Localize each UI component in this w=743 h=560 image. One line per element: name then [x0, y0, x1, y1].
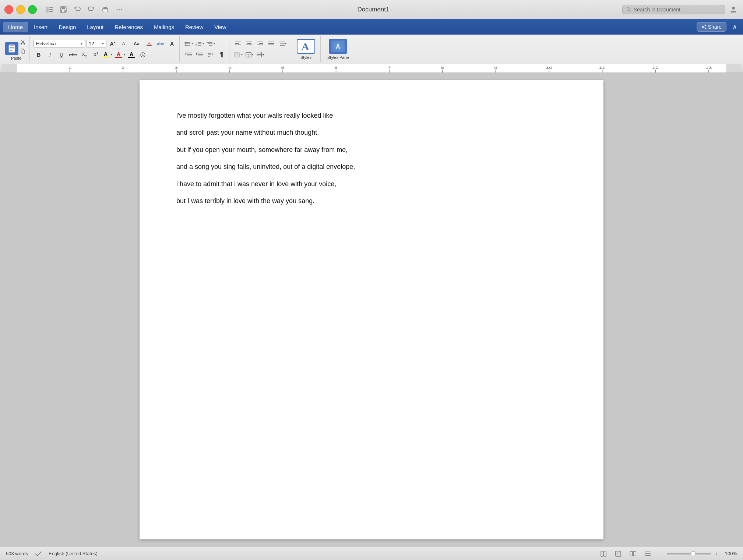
redo-icon[interactable] — [86, 4, 96, 15]
sort-button[interactable] — [205, 50, 216, 60]
font-decrease-icon: A- — [122, 41, 126, 46]
share-button[interactable]: Share — [697, 22, 726, 32]
styles-A-icon: A — [300, 40, 312, 52]
show-marks-button[interactable]: ¶ — [216, 50, 227, 60]
undo-icon[interactable] — [72, 4, 82, 15]
font-color-A-button[interactable]: A — [167, 39, 177, 49]
account-icon[interactable] — [728, 4, 739, 15]
svg-text:1: 1 — [68, 66, 71, 70]
subscript-button[interactable]: X2 — [79, 50, 89, 60]
align-center-button[interactable] — [244, 39, 254, 49]
bullet-list-button[interactable]: ▾ — [183, 39, 194, 49]
highlight-dropdown[interactable]: ▾ — [111, 53, 112, 56]
document-page[interactable]: i've mostly forgotten what your walls re… — [140, 80, 603, 539]
align-left-button[interactable] — [233, 39, 243, 49]
poem-line-6: but I was terribly in love with the way … — [176, 195, 567, 207]
word-count: 608 words — [6, 551, 28, 556]
ruler-svg: 1 2 3 4 5 6 7 8 9 10 11 12 13 — [17, 64, 726, 72]
circle-text-button[interactable]: A — [138, 50, 148, 60]
svg-rect-5 — [61, 7, 65, 9]
borders-button[interactable]: ▾ — [244, 50, 254, 60]
strikethrough-button[interactable]: abc — [68, 50, 78, 60]
cut-button[interactable] — [19, 38, 27, 46]
svg-point-31 — [24, 43, 25, 45]
paragraph-spacing-button[interactable]: ▾ — [255, 50, 265, 60]
numbered-list-button[interactable]: 1. 2. 3. ▾ — [194, 39, 205, 49]
document-title: Document1 — [358, 6, 390, 13]
copy-format-button[interactable] — [19, 47, 27, 55]
font-dropdown-arrow: ▾ — [81, 42, 82, 46]
svg-line-21 — [703, 26, 705, 26]
outline-view-button[interactable] — [642, 549, 653, 559]
multilevel-list-button[interactable]: ▾ — [205, 39, 216, 49]
line-spacing-button[interactable]: ▾ — [277, 39, 288, 49]
shading-button[interactable]: ▾ — [233, 50, 243, 60]
collapse-ribbon-button[interactable]: ∧ — [729, 21, 740, 32]
menu-references[interactable]: References — [109, 22, 148, 32]
svg-text:4: 4 — [228, 66, 231, 70]
spelling-check-icon[interactable] — [34, 549, 43, 558]
align-right-icon — [257, 41, 263, 46]
superscript-button[interactable]: X2 — [91, 50, 101, 60]
decrease-indent-button[interactable] — [183, 50, 194, 60]
view-grid-button[interactable] — [598, 549, 609, 559]
highlight-color-button[interactable]: A — [102, 51, 109, 58]
close-button[interactable] — [4, 5, 13, 14]
svg-rect-116 — [616, 551, 621, 556]
zoom-out-button[interactable]: − — [657, 550, 665, 557]
align-right-button[interactable] — [255, 39, 265, 49]
styles-button[interactable]: A Styles — [294, 39, 318, 60]
italic-button[interactable]: I — [45, 50, 55, 60]
minimize-button[interactable] — [16, 5, 25, 14]
abc-button[interactable]: abc — [155, 39, 166, 49]
document-map-icon — [615, 551, 621, 557]
menu-view[interactable]: View — [209, 22, 231, 32]
menu-review[interactable]: Review — [180, 22, 208, 32]
svg-rect-1 — [49, 7, 53, 8]
styles-pane-button[interactable]: A Styles Pane — [324, 39, 352, 60]
menu-mailings[interactable]: Mailings — [149, 22, 179, 32]
outline-icon — [645, 551, 651, 556]
save-icon[interactable] — [58, 4, 68, 15]
bold-button[interactable]: B — [34, 50, 44, 60]
font-size-field-button[interactable]: Aa — [130, 39, 143, 49]
font-size-increase-button[interactable]: A+ — [108, 39, 118, 49]
styles-pane-inner-icon: A — [331, 40, 345, 53]
search-bar[interactable]: Search in Document — [622, 5, 725, 14]
svg-text:9: 9 — [494, 66, 497, 70]
line-spacing-icon — [279, 41, 285, 46]
increase-indent-button[interactable] — [194, 50, 205, 60]
font-size-decrease-button[interactable]: A- — [119, 39, 129, 49]
maximize-button[interactable] — [28, 5, 37, 14]
title-center: Document1 — [127, 6, 619, 13]
menu-insert[interactable]: Insert — [29, 22, 53, 32]
font-size-selector[interactable]: 12 ▾ — [86, 40, 106, 47]
zoom-slider[interactable] — [667, 553, 711, 554]
underline-button[interactable]: U — [56, 50, 67, 60]
print-icon[interactable] — [100, 4, 110, 15]
multilevel-list-icon — [207, 41, 213, 46]
zoom-in-button[interactable]: + — [713, 550, 721, 557]
font-family-selector[interactable]: Helvetica ▾ — [34, 40, 85, 47]
font-color-dropdown[interactable]: ▾ — [124, 53, 125, 56]
checkmark-icon — [35, 551, 42, 557]
zoom-thumb[interactable] — [691, 551, 696, 556]
paste-button[interactable] — [5, 42, 18, 55]
svg-text:A: A — [302, 41, 309, 52]
text-effect-button[interactable]: A — [128, 51, 135, 58]
svg-rect-26 — [10, 49, 14, 49]
menu-layout[interactable]: Layout — [82, 22, 109, 32]
clear-format-button[interactable] — [144, 39, 154, 49]
font-color-button[interactable]: A — [115, 51, 122, 58]
menu-home[interactable]: Home — [3, 22, 28, 32]
font-name: Helvetica — [36, 41, 56, 46]
titlebar: Document1 Search in Document — [0, 0, 743, 19]
align-justify-button[interactable] — [266, 39, 277, 49]
multipage-button[interactable] — [628, 549, 638, 559]
document-map-button[interactable] — [613, 549, 623, 559]
ruler-left-margin — [1, 64, 16, 72]
sidebar-icon[interactable] — [44, 4, 54, 15]
text-effect-bar — [128, 57, 135, 58]
more-icon[interactable] — [114, 4, 124, 15]
menu-design[interactable]: Design — [54, 22, 81, 32]
